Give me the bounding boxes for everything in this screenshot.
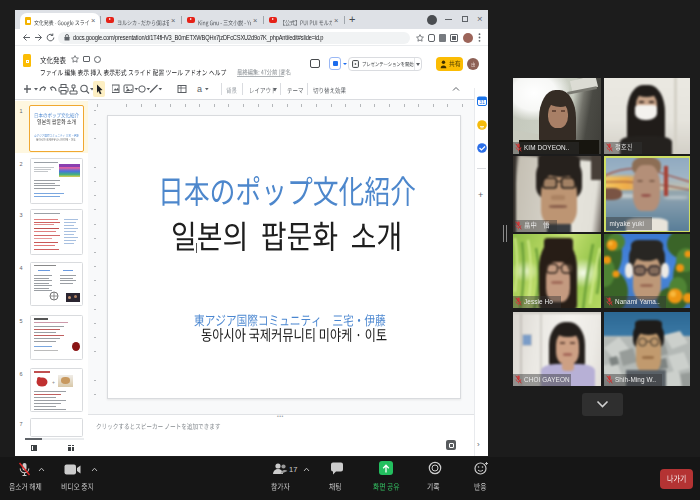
svg-text:31: 31 <box>479 99 485 105</box>
svg-text:a: a <box>197 84 202 94</box>
